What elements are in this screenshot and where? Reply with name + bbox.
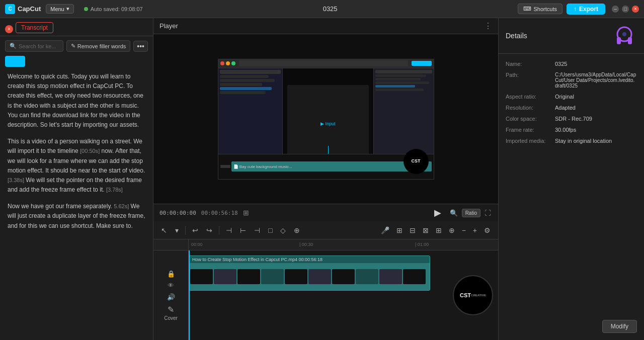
export-icon: ↑ <box>574 6 577 13</box>
toolbar-separator-1 <box>185 226 186 235</box>
thumb-9 <box>379 269 402 284</box>
window-controls: – □ × <box>612 6 639 13</box>
zoom-plus-button[interactable]: + <box>470 225 479 236</box>
ruler-track: 00:00 | 00:30 | 01:00 | 01:30 <box>189 239 498 250</box>
timeline-ruler: 00:00 | 00:30 | 01:00 | 01:30 <box>153 239 498 250</box>
crop-button[interactable]: □ <box>266 225 275 236</box>
fullscreen-button[interactable]: ⛶ <box>484 208 492 218</box>
split-audio-button[interactable]: ⊞ <box>433 225 444 236</box>
timestamp-4: 5.62s] <box>114 203 129 209</box>
cover-icon: ✎ <box>168 305 174 314</box>
tab-close-button[interactable]: × <box>5 25 13 33</box>
thumb-10 <box>403 269 426 284</box>
detail-resolution: Resolution: Adapted <box>506 105 637 111</box>
transcript-paragraph-3: Now we have got our frame separately. 5.… <box>8 202 145 231</box>
modify-button[interactable]: Modify <box>602 320 637 333</box>
cst-large-logo: CST CREATIVE <box>453 275 493 315</box>
player-controls: 00:00:00:00 00:00:56:18 ⊞ ▶ 🔍 Ratio ⛶ <box>153 204 498 221</box>
undo-button[interactable]: ↩ <box>190 225 201 236</box>
zoom-minus-button[interactable]: − <box>459 225 468 236</box>
panel-toolbar: 🔍 Search for ke... ✎ Remove filler words… <box>0 36 153 56</box>
main-content: × Transcript 🔍 Search for ke... ✎ Remove… <box>0 18 644 340</box>
add-track-button[interactable]: ⊕ <box>446 225 457 236</box>
maximize-button[interactable]: □ <box>622 6 629 13</box>
video-preview: ▶ Input <box>218 59 434 180</box>
search-input[interactable]: 🔍 Search for ke... <box>5 40 63 52</box>
details-body: Name: 0325 Path: C:/Users/usma3/AppData/… <box>499 54 644 340</box>
minimize-button[interactable]: – <box>612 6 619 13</box>
topbar: C CapCut Menu ▾ Auto saved: 09:08:07 032… <box>0 0 644 18</box>
play-button[interactable]: ▶ <box>432 207 444 219</box>
thumb-4 <box>261 269 284 284</box>
menu-button[interactable]: Menu ▾ <box>46 4 74 14</box>
export-button[interactable]: ↑ Export <box>567 4 605 15</box>
more-options-button[interactable]: ••• <box>133 41 148 52</box>
detail-name: Name: 0325 <box>506 61 637 67</box>
autosave-status: Auto saved: 09:08:07 <box>84 6 143 12</box>
thumb-2 <box>214 269 236 284</box>
timestamp-3: [3.78s] <box>106 187 123 193</box>
detail-imported: Imported media: Stay in original locatio… <box>506 138 637 144</box>
overlay-button[interactable]: ⊕ <box>291 225 302 236</box>
player-more-button[interactable]: ⋮ <box>484 21 492 31</box>
autosave-dot-icon <box>84 7 88 11</box>
timeline-content: 🔒 👁 🔊 ✎ Cover How to Create Stop Motion … <box>153 250 498 340</box>
thumb-1 <box>190 269 213 284</box>
grid-view-icon[interactable]: ⊞ <box>243 209 249 217</box>
transcript-paragraph-2: This is a video of a person walking on a… <box>8 137 145 195</box>
thumb-8 <box>356 269 378 284</box>
track-volume-button[interactable]: 🔊 <box>167 293 175 301</box>
ruler-mark-1: | 00:30 <box>299 242 313 247</box>
ratio-button[interactable]: Ratio <box>462 209 480 217</box>
link-button[interactable]: ⊠ <box>420 225 431 236</box>
logo-icon: C <box>5 4 15 14</box>
trim-left-button[interactable]: ⊢ <box>237 225 249 236</box>
track-visibility-button[interactable]: 👁 <box>168 282 174 289</box>
zoom-out-button[interactable]: 🔍 <box>449 208 459 218</box>
transcript-content: Welcome to quick cuts. Today you will le… <box>0 67 153 340</box>
search-icon: 🔍 <box>10 43 17 49</box>
cover-button[interactable]: ✎ Cover <box>164 305 178 321</box>
thumb-6 <box>308 269 331 284</box>
cursor-tool-button[interactable]: ↖ <box>158 225 170 236</box>
svg-rect-1 <box>617 37 621 44</box>
player-video-area: ▶ Input <box>153 34 498 204</box>
shortcuts-button[interactable]: ⌨ Shortcuts <box>518 4 562 14</box>
settings-button[interactable]: ⚙ <box>481 225 493 236</box>
transcript-tab[interactable]: Transcript <box>16 22 53 33</box>
svg-point-3 <box>622 32 626 36</box>
cursor-dropdown-button[interactable]: ▾ <box>173 225 181 236</box>
track-controls: 🔒 👁 🔊 ✎ Cover <box>153 250 189 340</box>
close-button[interactable]: × <box>632 6 639 13</box>
keyframe-button[interactable]: ◇ <box>278 225 288 236</box>
magnet-button[interactable]: ⊞ <box>394 225 405 236</box>
timeline-playhead <box>189 250 190 340</box>
app-logo: C CapCut <box>5 4 41 14</box>
center-panel: Player ⋮ <box>153 18 498 340</box>
snap-button[interactable]: ⊟ <box>407 225 418 236</box>
svg-rect-2 <box>628 37 632 44</box>
video-track-header: How to Create Stop Motion Effect in Capc… <box>189 256 430 263</box>
player-title: Player <box>159 22 178 30</box>
mic-button[interactable]: 🎤 <box>378 225 392 236</box>
detail-colorspace: Color space: SDR - Rec.709 <box>506 116 637 122</box>
trim-right-button[interactable]: ⊣ <box>252 225 263 236</box>
video-track[interactable]: How to Create Stop Motion Effect in Capc… <box>189 256 430 291</box>
split-button[interactable]: ⊣ <box>223 225 234 236</box>
remove-filler-button[interactable]: ✎ Remove filler words <box>66 40 131 52</box>
track-lock-button[interactable]: 🔒 <box>167 270 175 278</box>
detail-path: Path: C:/Users/usma3/AppData/Local/CapCu… <box>506 72 637 89</box>
right-panel: Details Name: 0325 Path: C:/Users/usma3/… <box>498 18 644 340</box>
player-header: Player ⋮ <box>153 18 498 34</box>
ruler-mark-2: | 01:00 <box>415 242 429 247</box>
topbar-right: ⌨ Shortcuts ↑ Export – □ × <box>518 4 639 15</box>
filler-icon: ✎ <box>71 43 75 49</box>
left-panel: × Transcript 🔍 Search for ke... ✎ Remove… <box>0 18 153 340</box>
redo-button[interactable]: ↪ <box>204 225 215 236</box>
headphones-icon <box>612 23 637 48</box>
time-total: 00:00:56:18 <box>201 210 238 216</box>
color-swatch[interactable] <box>5 56 25 67</box>
keyboard-icon: ⌨ <box>523 6 531 12</box>
menu-chevron-icon: ▾ <box>66 6 69 12</box>
panel-tabs: × Transcript <box>0 18 153 36</box>
